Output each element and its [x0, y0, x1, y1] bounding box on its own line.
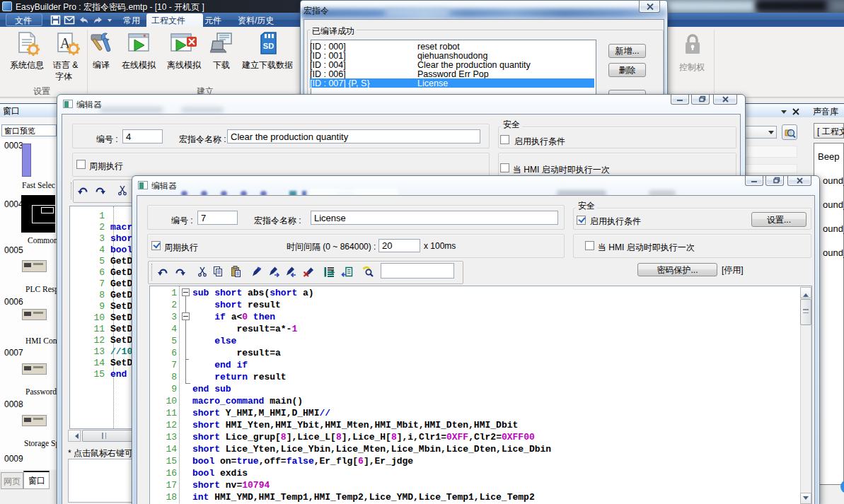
svg-text:SD: SD — [263, 42, 274, 50]
